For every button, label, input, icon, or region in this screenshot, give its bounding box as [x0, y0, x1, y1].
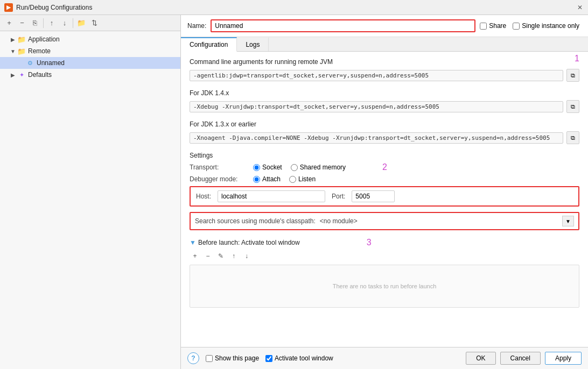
before-launch-collapse-icon[interactable]: ▼: [190, 239, 196, 246]
share-checkbox[interactable]: [480, 23, 487, 30]
jdk13-input[interactable]: [190, 132, 563, 144]
before-launch-add-button[interactable]: +: [190, 251, 200, 261]
transport-label: Transport:: [190, 164, 249, 171]
transport-socket-label[interactable]: Socket: [253, 164, 282, 171]
defaults-label: Defaults: [28, 71, 52, 79]
transport-sharedmem-label[interactable]: Shared memory: [291, 164, 346, 171]
add-config-button[interactable]: +: [3, 17, 15, 29]
module-value: <no module>: [320, 217, 358, 225]
jdk14-input-row: ⧉: [190, 100, 579, 113]
right-panel: Name: Share Single instance only Configu…: [181, 15, 588, 369]
remote-expand-icon: ▼: [9, 47, 17, 55]
sidebar: + − ⎘ ↑ ↓ 📁 ⇅ ▶ 📁 Application ▼ 📁 Remote: [0, 15, 181, 369]
jdk14-copy-button[interactable]: ⧉: [566, 100, 579, 113]
debugger-mode-label: Debugger mode:: [190, 175, 249, 183]
debugger-mode-row: Debugger mode: Attach Listen: [190, 175, 579, 183]
port-input[interactable]: [352, 190, 395, 202]
name-input[interactable]: [212, 20, 474, 31]
activate-window-label[interactable]: Activate tool window: [265, 354, 333, 362]
tabs-bar: Configuration Logs: [181, 37, 588, 52]
annotation-3: 3: [367, 238, 372, 247]
debugger-listen-text: Listen: [298, 175, 316, 183]
cmd-copy-button[interactable]: ⧉: [566, 69, 579, 82]
debugger-attach-radio[interactable]: [253, 176, 260, 183]
transport-sharedmem-radio[interactable]: [291, 164, 298, 171]
share-options: Share Single instance only: [480, 22, 582, 30]
sidebar-item-application[interactable]: ▶ 📁 Application: [0, 33, 180, 45]
help-button[interactable]: ?: [187, 352, 199, 364]
annotation-2: 2: [382, 162, 387, 172]
transport-sharedmem-text: Shared memory: [300, 164, 346, 171]
before-launch-header: ▼ Before launch: Activate tool window 3: [190, 238, 579, 247]
before-launch-edit-button[interactable]: ✎: [215, 251, 226, 261]
port-label: Port:: [332, 193, 345, 200]
jdk14-input[interactable]: [190, 101, 563, 112]
transport-socket-text: Socket: [262, 164, 282, 171]
remote-folder-icon: 📁: [17, 47, 26, 55]
jdk14-label: For JDK 1.4.x: [190, 89, 579, 97]
host-port-row: Host: Port:: [190, 186, 579, 207]
share-checkbox-label[interactable]: Share: [480, 22, 506, 30]
host-label: Host:: [196, 193, 211, 200]
cmd-input[interactable]: [190, 70, 563, 81]
single-instance-text: Single instance only: [522, 22, 579, 30]
before-launch-title: Before launch: Activate tool window: [198, 239, 300, 246]
before-launch-remove-button[interactable]: −: [202, 251, 213, 261]
copy-config-button[interactable]: ⎘: [29, 17, 41, 29]
before-launch-toolbar: + − ✎ ↑ ↓: [190, 251, 579, 261]
move-down-button[interactable]: ↓: [59, 17, 71, 29]
ok-button[interactable]: OK: [466, 352, 495, 365]
single-instance-label[interactable]: Single instance only: [513, 22, 579, 30]
application-folder-icon: 📁: [17, 35, 26, 44]
remove-config-button[interactable]: −: [16, 17, 28, 29]
bottom-bar: ? Show this page Activate tool window OK…: [181, 347, 588, 369]
before-launch-up-button[interactable]: ↑: [228, 251, 239, 261]
main-layout: + − ⎘ ↑ ↓ 📁 ⇅ ▶ 📁 Application ▼ 📁 Remote: [0, 15, 588, 369]
defaults-icon: ✦: [17, 70, 26, 79]
window-title: Run/Debug Configurations: [16, 4, 573, 11]
move-up-button[interactable]: ↑: [46, 17, 58, 29]
settings-section: Settings Transport: Socket Shared memory: [190, 152, 579, 207]
remote-label: Remote: [28, 47, 51, 55]
debugger-mode-radio-group: Attach Listen: [253, 175, 316, 183]
cmd-input-row: ⧉: [190, 69, 579, 82]
title-bar: ▶ Run/Debug Configurations ✕: [0, 0, 588, 15]
close-button[interactable]: ✕: [576, 4, 584, 11]
sidebar-item-remote[interactable]: ▼ 📁 Remote: [0, 45, 180, 57]
sidebar-toolbar: + − ⎘ ↑ ↓ 📁 ⇅: [0, 15, 180, 31]
transport-socket-radio[interactable]: [253, 164, 260, 171]
cmd-section-label: Command line arguments for running remot…: [190, 58, 579, 66]
module-dropdown-button[interactable]: ▼: [562, 216, 574, 226]
host-input[interactable]: [218, 190, 325, 202]
apply-button[interactable]: Apply: [545, 352, 582, 365]
tab-logs[interactable]: Logs: [237, 37, 269, 51]
show-page-checkbox[interactable]: [206, 355, 213, 362]
sidebar-item-unnamed[interactable]: ⚙ Unnamed: [0, 57, 180, 69]
debugger-attach-label[interactable]: Attach: [253, 175, 281, 183]
name-label: Name:: [187, 22, 206, 30]
bottom-left: ? Show this page Activate tool window: [187, 352, 333, 364]
sort-button[interactable]: ⇅: [88, 17, 100, 29]
transport-radio-group: Socket Shared memory: [253, 164, 346, 171]
before-launch-down-button[interactable]: ↓: [241, 251, 252, 261]
activate-window-checkbox[interactable]: [265, 355, 272, 362]
module-classpath-label: Search sources using module's classpath:: [195, 217, 316, 225]
name-input-wrapper: [211, 19, 475, 32]
folder-button[interactable]: 📁: [75, 17, 87, 29]
jdk13-copy-button[interactable]: ⧉: [566, 131, 579, 144]
show-page-label[interactable]: Show this page: [206, 354, 259, 362]
debugger-listen-label[interactable]: Listen: [289, 175, 316, 183]
debugger-attach-text: Attach: [262, 175, 281, 183]
application-expand-icon: ▶: [9, 35, 17, 44]
before-launch-empty-text: There are no tasks to run before launch: [333, 283, 437, 289]
cancel-button[interactable]: Cancel: [500, 352, 541, 365]
debugger-listen-radio[interactable]: [289, 176, 296, 183]
toolbar-separator-1: [43, 18, 44, 28]
before-launch-section: ▼ Before launch: Activate tool window 3 …: [190, 238, 579, 308]
module-classpath-row: Search sources using module's classpath:…: [190, 212, 579, 230]
single-instance-checkbox[interactable]: [513, 23, 520, 30]
application-label: Application: [28, 36, 60, 43]
sidebar-item-defaults[interactable]: ▶ ✦ Defaults: [0, 69, 180, 81]
tab-configuration[interactable]: Configuration: [181, 37, 237, 52]
config-content: 1 Command line arguments for running rem…: [181, 52, 588, 347]
